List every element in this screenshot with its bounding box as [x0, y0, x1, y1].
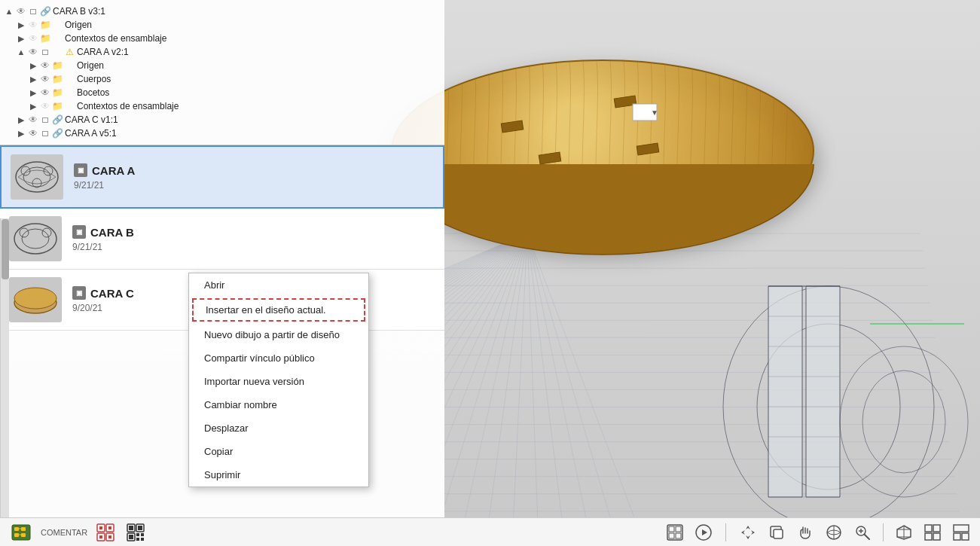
tree-arrow-icon: ▲	[15, 47, 27, 56]
tree-box-icon: □	[27, 6, 39, 17]
tree-row[interactable]: ▶ 👁 📁 Contextos de ensamblaje	[3, 99, 441, 113]
card-cara-b[interactable]: ▣ CARA B 9/21/21	[0, 209, 444, 270]
tree-row[interactable]: ▲ 👁 □ 🔗 CARA B v3:1	[3, 5, 441, 18]
card-info: ▣ CARA A 9/21/21	[74, 163, 434, 191]
tree-box-icon: □	[39, 114, 51, 125]
svg-rect-25	[108, 535, 111, 538]
svg-point-3	[44, 166, 53, 175]
tree-box-icon: 📁	[39, 20, 51, 30]
tree-label: Origen	[65, 20, 92, 30]
view-cube-btn[interactable]	[893, 523, 915, 542]
grid-icon-btn[interactable]	[93, 522, 118, 543]
feature-tree: ▲ 👁 □ 🔗 CARA B v3:1 ▶ 👁 📁 Origen ▶ 👁 📁 C…	[0, 0, 444, 145]
svg-rect-44	[774, 529, 783, 538]
tree-row[interactable]: ▶ 👁 □ 🔗 CARA C v1:1	[3, 113, 441, 127]
menu-item-abrir[interactable]: Abrir	[189, 273, 368, 297]
tree-row[interactable]: ▶ 👁 📁 Origen	[3, 18, 441, 32]
scrollbar-thumb[interactable]	[2, 219, 9, 279]
tree-label: CARA C v1:1	[65, 114, 118, 125]
nav-transform-btn[interactable]	[737, 523, 759, 542]
tree-box-icon: 📁	[51, 101, 63, 111]
card-thumbnail	[9, 277, 62, 322]
menu-item-desplazar[interactable]: Desplazar	[189, 416, 368, 440]
visibility-icon[interactable]: 👁	[15, 6, 27, 17]
comment-button[interactable]	[8, 522, 35, 543]
svg-rect-58	[933, 533, 940, 540]
svg-point-6	[22, 229, 49, 249]
visibility-icon[interactable]: 👁	[39, 87, 51, 98]
svg-line-48	[865, 534, 870, 539]
svg-rect-61	[962, 533, 969, 540]
svg-rect-38	[676, 526, 681, 532]
tree-box-icon: □	[39, 128, 51, 139]
visibility-icon[interactable]: 👁	[39, 60, 51, 71]
tree-arrow-icon: ▲	[3, 7, 15, 16]
tree-row[interactable]: ▶ 👁 📁 Origen	[3, 59, 441, 72]
svg-rect-35	[141, 538, 144, 541]
svg-rect-59	[954, 525, 969, 532]
component-icon: ▣	[74, 163, 87, 177]
nav-orbit-btn[interactable]	[823, 523, 845, 542]
tree-link-icon: 🔗	[51, 128, 63, 139]
card-title: ▣ CARA A	[74, 163, 434, 177]
tree-arrow-icon: ▶	[27, 88, 39, 98]
svg-point-10	[14, 288, 56, 309]
tree-label: Bocetos	[77, 87, 109, 98]
card-title: ▣ CARA B	[72, 225, 435, 239]
svg-rect-55	[925, 525, 932, 532]
svg-marker-42	[702, 529, 707, 535]
menu-item-suprimir[interactable]: Suprimir	[189, 463, 368, 487]
tree-row[interactable]: ▶ 👁 📁 Cuerpos	[3, 72, 441, 86]
tree-row[interactable]: ▶ 👁 □ 🔗 CARA A v5:1	[3, 127, 441, 140]
menu-item-insertar[interactable]: Insertar en el diseño actual.	[192, 298, 365, 322]
svg-rect-14	[14, 533, 19, 537]
play-icon-btn[interactable]	[692, 523, 715, 542]
nav-zoom-btn[interactable]	[851, 523, 874, 542]
component-icon: ▣	[72, 286, 86, 300]
qr-icon-btn[interactable]	[124, 522, 148, 543]
svg-rect-29	[138, 526, 142, 530]
visibility-icon[interactable]: 👁	[27, 47, 39, 57]
view-grid-btn[interactable]	[921, 523, 944, 542]
tree-row[interactable]: ▲ 👁 □ ⚠ CARA A v2:1	[3, 45, 441, 59]
card-cara-a[interactable]: ▣ CARA A 9/21/21	[0, 145, 444, 209]
tree-arrow-icon: ▶	[15, 20, 27, 30]
svg-point-5	[14, 224, 56, 254]
visibility-icon[interactable]: 👁	[27, 128, 39, 139]
svg-rect-36	[667, 525, 682, 540]
svg-rect-57	[925, 533, 932, 540]
warning-icon: ⚠	[63, 47, 75, 57]
menu-item-copiar[interactable]: Copiar	[189, 440, 368, 463]
visibility-icon[interactable]: 👁	[27, 114, 39, 125]
svg-point-8	[42, 228, 51, 237]
nav-copy-btn[interactable]	[765, 523, 788, 542]
tree-row[interactable]: ▶ 👁 📁 Contextos de ensamblaje	[3, 32, 441, 45]
tree-arrow-icon: ▶	[27, 61, 39, 71]
broadcast-icon-btn[interactable]	[664, 523, 686, 542]
tree-box-icon: □	[39, 47, 51, 57]
scrollbar[interactable]	[0, 218, 9, 546]
svg-rect-40	[676, 533, 681, 538]
svg-rect-33	[141, 533, 144, 536]
menu-item-importar[interactable]: Importar nueva versión	[189, 370, 368, 393]
menu-item-nuevo-dibujo[interactable]: Nuevo dibujo a partir de diseño	[189, 323, 368, 346]
svg-rect-56	[933, 525, 940, 532]
svg-rect-22	[99, 526, 102, 529]
card-thumbnail	[11, 154, 63, 200]
tree-arrow-icon: ▶	[27, 75, 39, 84]
tree-box-icon: 📁	[51, 74, 63, 84]
visibility-icon[interactable]: 👁	[39, 74, 51, 84]
svg-rect-15	[21, 533, 26, 537]
visibility-icon: 👁	[39, 101, 51, 111]
menu-item-compartir[interactable]: Compartir vínculo público	[189, 346, 368, 370]
tree-box-icon: 📁	[39, 33, 51, 44]
svg-rect-34	[136, 538, 139, 541]
svg-rect-24	[99, 535, 102, 538]
tree-row[interactable]: ▶ 👁 📁 Bocetos	[3, 86, 441, 99]
svg-rect-32	[136, 533, 139, 536]
svg-point-2	[21, 166, 30, 175]
nav-hand-btn[interactable]	[794, 523, 817, 542]
menu-item-cambiar-nombre[interactable]: Cambiar nombre	[189, 393, 368, 416]
visibility-icon: 👁	[27, 33, 39, 44]
view-layout-btn[interactable]	[950, 523, 972, 542]
